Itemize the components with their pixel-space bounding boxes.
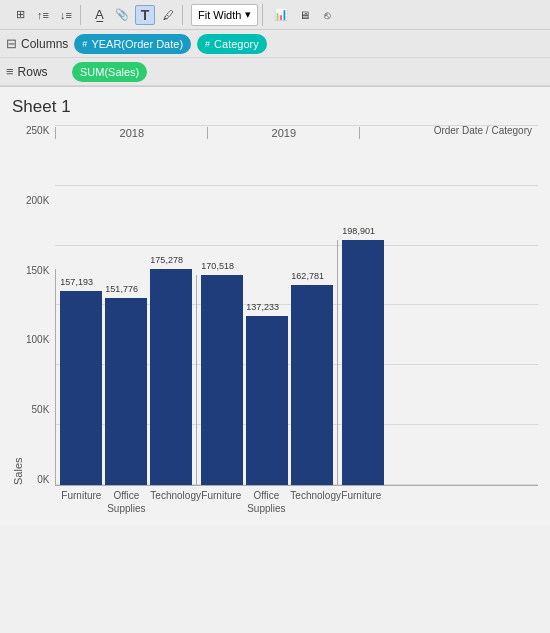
share-icon[interactable]: ⎋ <box>317 5 337 25</box>
bar-label-2018-furniture: 157,193 <box>60 277 93 287</box>
bar-partial-furniture[interactable]: 198,901 <box>342 240 384 485</box>
category-icon: # <box>205 39 210 49</box>
rows-label: ≡ Rows <box>6 64 66 79</box>
y-tick-250k: 250K <box>26 125 49 136</box>
toolbar-group-format: A̲ 📎 T 🖊 <box>85 5 183 25</box>
x-label-2018-tech: Technology <box>150 489 192 515</box>
bar-2018-office[interactable]: 151,776 <box>105 298 147 485</box>
year-label-2019: 2019 <box>207 127 359 139</box>
bar-label-partial-furniture: 198,901 <box>342 226 375 236</box>
chart-content-row: Sales 250K 200K 150K 100K 50K 0K <box>12 125 538 515</box>
year-labels-row: 2018 2019 <box>55 127 538 139</box>
text-underline-icon[interactable]: A̲ <box>89 5 109 25</box>
bar-col-partial-furniture: 198,901 <box>342 240 384 485</box>
marks-icon[interactable]: ⊞ <box>10 5 30 25</box>
columns-label: ⊟ Columns <box>6 36 68 51</box>
x-labels-partial: Furniture <box>336 489 386 515</box>
calendar-icon: # <box>82 39 87 49</box>
year-label-partial <box>359 127 538 139</box>
x-axis: Furniture Office Supplies Technology Fur… <box>55 485 538 515</box>
paint-icon[interactable]: 🖊 <box>158 5 178 25</box>
x-label-partial-furniture: Furniture <box>340 489 382 515</box>
sort-asc-icon[interactable]: ↑≡ <box>33 5 53 25</box>
bar-2018-tech[interactable]: 175,278 <box>150 269 192 485</box>
rows-shelf: ≡ Rows SUM(Sales) <box>0 58 550 86</box>
y-axis-label: Sales <box>12 125 24 485</box>
category-pill[interactable]: # Category <box>197 34 267 54</box>
sort-desc-icon[interactable]: ↓≡ <box>56 5 76 25</box>
toolbar-group-fitwidth: Fit Width ▾ <box>187 4 263 26</box>
bar-2019-office[interactable]: 137,233 <box>246 316 288 485</box>
bar-label-2018-office: 151,776 <box>105 284 138 294</box>
paperclip-icon[interactable]: 📎 <box>112 5 132 25</box>
bar-col-2019-office: 137,233 <box>246 316 288 485</box>
x-label-2018-office: Office Supplies <box>105 489 147 515</box>
y-tick-100k: 100K <box>26 334 49 345</box>
bar-2019-tech[interactable]: 162,781 <box>291 285 333 485</box>
x-label-2019-office: Office Supplies <box>245 489 287 515</box>
year-group-2019: 170,518 137,233 162,781 <box>196 275 337 485</box>
chart-body: 2018 2019 157,193 <box>55 125 538 515</box>
x-label-2018-furniture: Furniture <box>60 489 102 515</box>
bar-col-2019-tech: 162,781 <box>291 285 333 485</box>
dropdown-arrow-icon: ▾ <box>245 8 251 21</box>
y-tick-0k: 0K <box>37 474 49 485</box>
monitor-icon[interactable]: 🖥 <box>294 5 314 25</box>
bar-label-2019-office: 137,233 <box>246 302 279 312</box>
bars-row: 157,193 151,776 175,278 <box>55 145 538 485</box>
y-axis: 250K 200K 150K 100K 50K 0K <box>26 125 55 485</box>
grid-line-top <box>55 125 538 126</box>
fit-width-label: Fit Width <box>198 9 241 21</box>
sheet-title: Sheet 1 <box>12 97 538 117</box>
bar-2018-furniture[interactable]: 157,193 <box>60 291 102 485</box>
sum-sales-pill[interactable]: SUM(Sales) <box>72 62 147 82</box>
chart-container: Order Date / Category Sales 250K 200K 15… <box>12 125 538 515</box>
y-tick-50k: 50K <box>32 404 50 415</box>
bar-col-2018-office: 151,776 <box>105 298 147 485</box>
y-tick-150k: 150K <box>26 265 49 276</box>
year-label-2018: 2018 <box>55 127 207 139</box>
T-icon[interactable]: T <box>135 5 155 25</box>
toolbar-group-marks: ⊞ ↑≡ ↓≡ <box>6 5 81 25</box>
bar-label-2018-tech: 175,278 <box>150 255 183 265</box>
x-label-2019-furniture: Furniture <box>200 489 242 515</box>
bar-label-2019-furniture: 170,518 <box>201 261 234 271</box>
x-label-2019-tech: Technology <box>290 489 332 515</box>
bar-label-2019-tech: 162,781 <box>291 271 324 281</box>
toolbar-group-chart: 📊 🖥 ⎋ <box>267 5 341 25</box>
columns-icon: ⊟ <box>6 36 17 51</box>
year-group-2018: 157,193 151,776 175,278 <box>55 269 196 485</box>
rows-icon: ≡ <box>6 64 14 79</box>
year-order-date-pill[interactable]: # YEAR(Order Date) <box>74 34 191 54</box>
bar-col-2019-furniture: 170,518 <box>201 275 243 485</box>
y-tick-200k: 200K <box>26 195 49 206</box>
sheet-area: Sheet 1 Order Date / Category Sales 250K… <box>0 87 550 525</box>
year-group-partial: 198,901 <box>337 240 388 485</box>
toolbar: ⊞ ↑≡ ↓≡ A̲ 📎 T 🖊 Fit Width ▾ 📊 🖥 ⎋ <box>0 0 550 30</box>
bar-2019-furniture[interactable]: 170,518 <box>201 275 243 485</box>
x-labels-2019: Furniture Office Supplies Technology <box>196 489 336 515</box>
columns-shelf: ⊟ Columns # YEAR(Order Date) # Category <box>0 30 550 58</box>
chart-icon[interactable]: 📊 <box>271 5 291 25</box>
bar-col-2018-furniture: 157,193 <box>60 291 102 485</box>
shelf-area: ⊟ Columns # YEAR(Order Date) # Category … <box>0 30 550 87</box>
fit-width-dropdown[interactable]: Fit Width ▾ <box>191 4 258 26</box>
x-labels-2018: Furniture Office Supplies Technology <box>55 489 196 515</box>
bar-col-2018-tech: 175,278 <box>150 269 192 485</box>
